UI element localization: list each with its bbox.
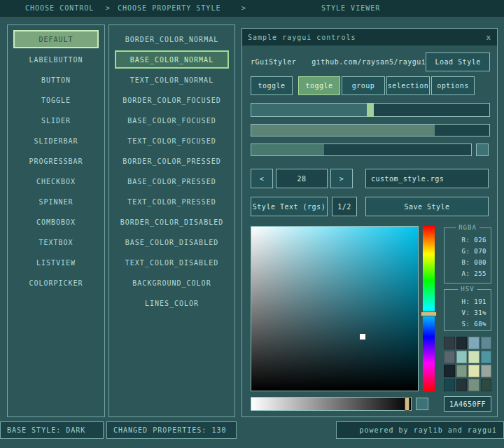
viewer-titlebar: Sample raygui controls x bbox=[242, 29, 497, 46]
control-list-item[interactable]: LISTVIEW bbox=[13, 253, 99, 272]
rgba-group: RGBA R: 026 G: 070 B: 080 A: 255 bbox=[444, 227, 491, 284]
slider[interactable] bbox=[251, 103, 490, 117]
color-swatch[interactable] bbox=[456, 351, 468, 363]
color-swatch[interactable] bbox=[456, 337, 468, 349]
rguistyler-app: CHOOSE CONTROL > CHOOSE PROPERTY STYLE >… bbox=[0, 0, 504, 448]
hsv-value-value: V: 31% bbox=[461, 309, 486, 318]
style-text-button[interactable]: Style Text (rgs) bbox=[251, 197, 328, 216]
step-choose-property-style[interactable]: CHOOSE PROPERTY STYLE bbox=[118, 0, 220, 17]
hue-slider-handle[interactable] bbox=[421, 312, 437, 316]
color-swatch[interactable] bbox=[468, 365, 479, 377]
color-swatch[interactable] bbox=[481, 337, 492, 349]
property-list-item[interactable]: BACKGROUND_COLOR bbox=[115, 274, 229, 292]
progress-fill bbox=[251, 125, 435, 136]
chevron-right-icon: > bbox=[106, 0, 111, 17]
hsv-group-title: HSV bbox=[458, 286, 477, 293]
control-list-item[interactable]: LABELBUTTON bbox=[13, 50, 99, 69]
slider-fill bbox=[251, 104, 370, 116]
property-list-item[interactable]: BASE_COLOR_DISABLED bbox=[115, 233, 229, 251]
color-saturation-value-panel[interactable] bbox=[251, 226, 419, 391]
color-swatches-grid bbox=[444, 337, 491, 391]
rgba-alpha-value: A: 255 bbox=[461, 270, 486, 279]
control-list-item[interactable]: PROGRESSBAR bbox=[13, 152, 99, 170]
control-list-item[interactable]: SLIDERBAR bbox=[13, 132, 99, 150]
color-swatch[interactable] bbox=[481, 365, 492, 377]
control-list-item[interactable]: BUTTON bbox=[13, 71, 99, 89]
brand-label: rGuiStyler bbox=[251, 58, 296, 66]
hue-slider[interactable] bbox=[423, 226, 435, 391]
toggle-button[interactable]: toggle bbox=[251, 76, 293, 95]
property-list-item[interactable]: TEXT_COLOR_FOCUSED bbox=[115, 132, 229, 150]
slider-bar[interactable] bbox=[251, 144, 472, 156]
color-swatch[interactable] bbox=[468, 337, 479, 349]
checkbox[interactable] bbox=[476, 144, 489, 156]
property-list-item[interactable]: LINES_COLOR bbox=[115, 294, 229, 312]
header-row: rGuiStyler github.com/raysan5/raygui Loa… bbox=[251, 52, 490, 71]
control-list-item[interactable]: SPINNER bbox=[13, 192, 99, 211]
viewer-title: Sample raygui controls bbox=[248, 34, 356, 41]
rgba-blue-value: B: 080 bbox=[461, 258, 486, 267]
step-choose-control[interactable]: CHOOSE CONTROL bbox=[25, 0, 94, 17]
toggle-button-active[interactable]: toggle bbox=[298, 76, 340, 95]
close-icon[interactable]: x bbox=[486, 33, 491, 42]
chevron-right-icon: > bbox=[241, 0, 246, 17]
color-swatch[interactable] bbox=[444, 365, 455, 377]
control-list-item[interactable]: COMBOBOX bbox=[13, 213, 99, 231]
property-list-item[interactable]: TEXT_COLOR_DISABLED bbox=[115, 253, 229, 272]
spinner-increment-button[interactable]: > bbox=[330, 169, 353, 188]
hsv-group: HSV H: 191 V: 31% S: 68% bbox=[444, 289, 491, 331]
alpha-slider-handle[interactable] bbox=[405, 397, 410, 411]
property-list-item[interactable]: TEXT_COLOR_PRESSED bbox=[115, 192, 229, 211]
toggle-group-item-selection[interactable]: selection bbox=[386, 76, 430, 95]
color-swatch[interactable] bbox=[481, 351, 492, 363]
color-preview-box[interactable] bbox=[416, 398, 428, 410]
property-list-item[interactable]: BASE_COLOR_NORMAL bbox=[115, 50, 229, 69]
property-list-item[interactable]: TEXT_COLOR_NORMAL bbox=[115, 71, 229, 89]
property-list-item[interactable]: BASE_COLOR_FOCUSED bbox=[115, 111, 229, 130]
color-swatch[interactable] bbox=[456, 365, 468, 377]
load-style-button[interactable]: Load Style bbox=[426, 52, 490, 71]
control-list-item[interactable]: DEFAULT bbox=[13, 30, 99, 48]
property-list-item[interactable]: BASE_COLOR_PRESSED bbox=[115, 172, 229, 190]
property-list-item[interactable]: BORDER_COLOR_FOCUSED bbox=[115, 91, 229, 109]
control-list-item[interactable]: CHECKBOX bbox=[13, 172, 99, 190]
status-changed-properties-label: CHANGED PROPERTIES: 130 bbox=[113, 426, 226, 434]
control-list-item[interactable]: SLIDER bbox=[13, 111, 99, 130]
property-list-item[interactable]: BORDER_COLOR_NORMAL bbox=[115, 30, 229, 48]
step-style-viewer[interactable]: STYLE VIEWER bbox=[321, 0, 380, 17]
status-changed-properties: CHANGED PROPERTIES: 130 bbox=[106, 421, 237, 439]
color-swatch[interactable] bbox=[444, 351, 455, 363]
color-picker-cursor[interactable] bbox=[360, 334, 365, 340]
save-style-button[interactable]: Save Style bbox=[365, 197, 489, 216]
hsv-saturation-value: S: 68% bbox=[461, 320, 486, 329]
control-list-item[interactable]: TEXTBOX bbox=[13, 233, 99, 251]
color-swatch[interactable] bbox=[444, 337, 455, 349]
repo-link[interactable]: github.com/raysan5/raygui bbox=[312, 58, 426, 66]
color-swatch[interactable] bbox=[456, 379, 468, 391]
spinner-decrement-button[interactable]: < bbox=[251, 169, 273, 188]
slider-handle[interactable] bbox=[367, 103, 374, 117]
control-list-item[interactable]: TOGGLE bbox=[13, 91, 99, 109]
toggle-group-item-options[interactable]: options bbox=[431, 76, 475, 95]
color-swatch[interactable] bbox=[468, 379, 479, 391]
control-list-item[interactable]: COLORPICKER bbox=[13, 274, 99, 292]
toggle-row: toggle toggle group selection options bbox=[251, 76, 490, 95]
rgba-red-value: R: 026 bbox=[461, 236, 486, 245]
toggle-group-item-group[interactable]: group bbox=[342, 76, 385, 95]
filename-input[interactable]: custom_style.rgs bbox=[365, 169, 489, 188]
top-breadcrumb-bar: CHOOSE CONTROL > CHOOSE PROPERTY STYLE >… bbox=[0, 0, 504, 17]
status-powered-by-label: powered by raylib and raygui bbox=[359, 426, 497, 434]
hsv-hue-value: H: 191 bbox=[461, 298, 486, 307]
color-swatch[interactable] bbox=[468, 351, 479, 363]
alpha-slider[interactable] bbox=[251, 397, 412, 411]
progress-bar bbox=[251, 124, 490, 136]
rgba-group-title: RGBA bbox=[456, 224, 479, 231]
color-swatch[interactable] bbox=[444, 379, 455, 391]
property-list-item[interactable]: BORDER_COLOR_PRESSED bbox=[115, 152, 229, 170]
color-swatch[interactable] bbox=[481, 379, 492, 391]
spinner-value[interactable]: 28 bbox=[276, 169, 328, 188]
hex-color-input[interactable]: 1A4650FF bbox=[444, 396, 491, 412]
property-list-item[interactable]: BORDER_COLOR_DISABLED bbox=[115, 213, 229, 231]
properties-list: BORDER_COLOR_NORMALBASE_COLOR_NORMALTEXT… bbox=[108, 24, 235, 417]
page-indicator[interactable]: 1/2 bbox=[332, 197, 357, 216]
